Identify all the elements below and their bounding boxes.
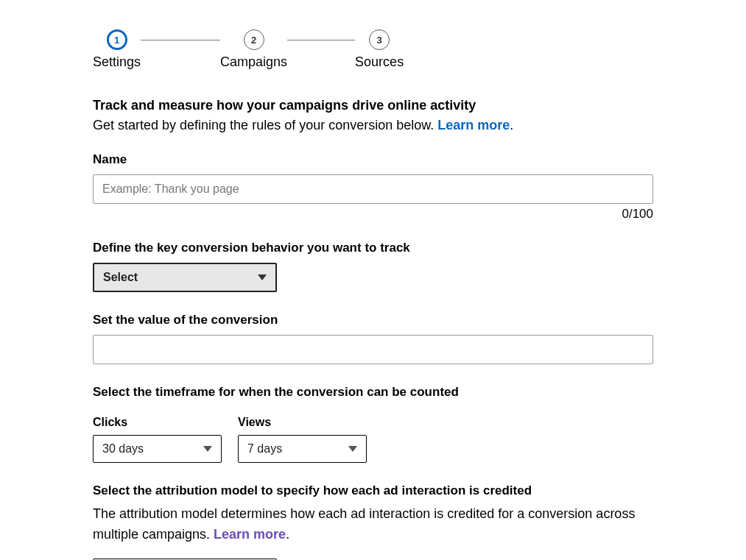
name-input[interactable]	[93, 174, 653, 204]
views-select[interactable]: 7 days	[238, 435, 367, 463]
step-settings-label: Settings	[93, 54, 141, 70]
wizard-stepper: 1 Settings 2 Campaigns 3 Sources	[93, 29, 653, 70]
clicks-label: Clicks	[93, 416, 222, 429]
views-select-value: 7 days	[247, 442, 282, 456]
intro-subtitle: Get started by defining the rules of you…	[93, 118, 653, 133]
attribution-body-suffix: .	[286, 527, 289, 542]
intro-learn-more-link[interactable]: Learn more	[437, 118, 510, 132]
behavior-label: Define the key conversion behavior you w…	[93, 241, 653, 255]
step-campaigns-label: Campaigns	[220, 54, 287, 70]
intro-subtitle-suffix: .	[510, 118, 513, 132]
name-label: Name	[93, 152, 653, 167]
svg-marker-0	[258, 274, 267, 280]
caret-down-icon	[203, 446, 212, 452]
clicks-select[interactable]: 30 days	[93, 435, 222, 463]
value-input[interactable]	[93, 335, 653, 364]
value-label: Set the value of the conversion	[93, 313, 653, 327]
step-connector	[141, 40, 220, 40]
intro-title: Track and measure how your campaigns dri…	[93, 98, 653, 113]
svg-marker-2	[348, 446, 357, 452]
attribution-learn-more-link[interactable]: Learn more	[214, 527, 286, 542]
behavior-select-value: Select	[103, 271, 138, 284]
intro-subtitle-text: Get started by defining the rules of you…	[93, 118, 437, 132]
svg-marker-1	[203, 446, 212, 452]
name-char-counter: 0/100	[93, 207, 653, 221]
attribution-body-text: The attribution model determines how eac…	[93, 506, 635, 542]
views-label: Views	[238, 416, 367, 429]
step-campaigns[interactable]: 2 Campaigns	[220, 29, 287, 70]
step-sources[interactable]: 3 Sources	[355, 29, 404, 70]
timeframe-label: Select the timeframe for when the conver…	[93, 385, 653, 400]
step-settings-circle: 1	[107, 29, 127, 50]
clicks-select-value: 30 days	[102, 442, 144, 456]
step-settings[interactable]: 1 Settings	[93, 29, 141, 70]
attribution-label: Select the attribution model to specify …	[93, 483, 653, 498]
caret-down-icon	[258, 274, 267, 280]
step-sources-label: Sources	[355, 54, 404, 70]
behavior-select[interactable]: Select	[93, 263, 277, 292]
step-campaigns-circle: 2	[244, 29, 264, 50]
step-sources-circle: 3	[369, 29, 390, 50]
attribution-body: The attribution model determines how eac…	[93, 504, 653, 545]
conversion-settings-page: 1 Settings 2 Campaigns 3 Sources Track a…	[0, 0, 746, 560]
step-connector	[287, 40, 355, 40]
caret-down-icon	[348, 446, 357, 452]
